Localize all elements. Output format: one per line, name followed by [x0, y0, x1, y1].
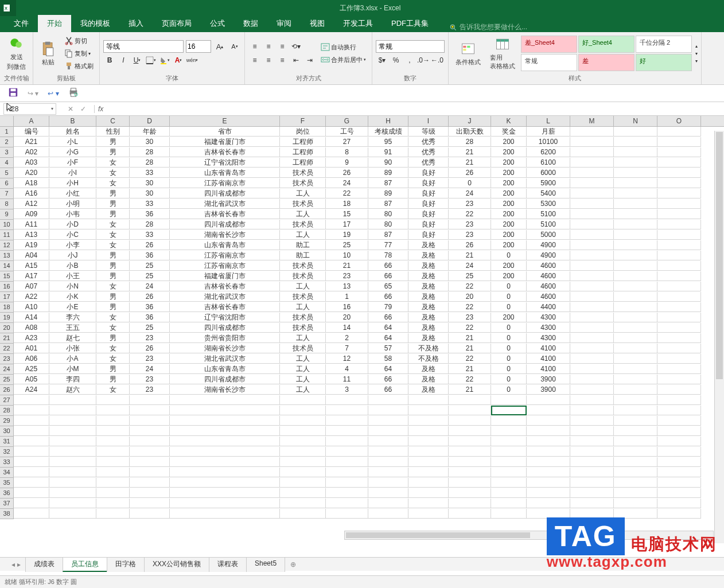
cell[interactable] — [49, 437, 96, 446]
cell[interactable] — [170, 395, 280, 405]
cell[interactable] — [657, 251, 701, 260]
cell[interactable]: 等级 — [408, 127, 449, 137]
cell[interactable]: 36 — [130, 209, 170, 219]
cell[interactable]: 女 — [96, 282, 130, 291]
copy-button[interactable]: 复制▾ — [62, 48, 96, 59]
cell[interactable]: 4600 — [527, 261, 570, 271]
cell[interactable]: 33 — [130, 230, 170, 240]
cell[interactable] — [368, 395, 408, 405]
sheet-tab[interactable]: 课程表 — [209, 557, 247, 572]
row-header[interactable]: 1 — [0, 127, 14, 137]
cell[interactable]: 及格 — [408, 364, 449, 374]
cell[interactable] — [570, 354, 614, 364]
tab-review[interactable]: 审阅 — [267, 15, 301, 32]
cell[interactable]: 0 — [491, 333, 527, 343]
cell[interactable]: 女 — [96, 385, 130, 395]
cell[interactable] — [657, 178, 701, 188]
cell[interactable]: 技术员 — [280, 292, 326, 302]
cell[interactable]: 66 — [368, 375, 408, 384]
cell[interactable]: A19 — [14, 240, 49, 250]
increase-font-icon[interactable]: A▴ — [213, 40, 226, 53]
sheet-nav-prev[interactable]: ◂ — [11, 560, 15, 568]
cell[interactable] — [491, 416, 527, 426]
cell[interactable]: 21 — [449, 364, 491, 374]
cell[interactable] — [170, 426, 280, 436]
cell[interactable] — [657, 168, 701, 178]
cell[interactable]: 30 — [130, 189, 170, 198]
cell[interactable] — [570, 437, 614, 446]
cell[interactable] — [368, 478, 408, 488]
font-color-button[interactable]: A▾ — [172, 54, 185, 67]
cell[interactable] — [449, 437, 491, 446]
cell[interactable] — [657, 147, 701, 157]
cell[interactable]: 25 — [449, 271, 491, 281]
cell[interactable] — [570, 137, 614, 147]
cell[interactable]: 200 — [491, 209, 527, 219]
italic-button[interactable]: I — [117, 54, 130, 67]
cell[interactable] — [408, 395, 449, 405]
cell[interactable]: 工号 — [326, 127, 368, 137]
cell[interactable] — [170, 437, 280, 446]
cell[interactable]: 17 — [326, 220, 368, 229]
cell[interactable] — [657, 395, 701, 405]
cell[interactable]: 年龄 — [130, 127, 170, 137]
cell[interactable] — [527, 468, 570, 477]
cell[interactable] — [570, 364, 614, 374]
cell[interactable]: 及格 — [408, 282, 449, 291]
cell[interactable] — [491, 426, 527, 436]
add-sheet-button[interactable]: ⊕ — [290, 560, 296, 568]
cell[interactable] — [614, 395, 657, 405]
cell[interactable]: 200 — [491, 178, 527, 188]
cell[interactable]: A06 — [14, 354, 49, 364]
cell[interactable]: 四川省成都市 — [170, 323, 280, 333]
cell[interactable] — [614, 323, 657, 333]
row-header[interactable]: 28 — [0, 406, 14, 416]
cell[interactable] — [49, 447, 96, 457]
cell[interactable]: 女 — [96, 168, 130, 178]
cell[interactable] — [170, 416, 280, 426]
cell[interactable] — [170, 447, 280, 457]
cell[interactable]: 小D — [49, 220, 96, 229]
cell[interactable]: 66 — [368, 313, 408, 322]
cell[interactable]: 女 — [96, 344, 130, 353]
cell[interactable]: A16 — [14, 189, 49, 198]
cell[interactable] — [130, 395, 170, 405]
cell[interactable]: 57 — [368, 344, 408, 353]
cell[interactable] — [130, 416, 170, 426]
orientation-icon[interactable]: ⟲▾ — [290, 40, 302, 53]
cell[interactable]: 工程师 — [280, 158, 326, 168]
cell[interactable] — [527, 488, 570, 498]
table-format-button[interactable]: 套用 表格格式 — [486, 35, 519, 72]
cell[interactable]: 28 — [449, 137, 491, 147]
cell[interactable]: 4600 — [527, 271, 570, 281]
cell[interactable]: 200 — [491, 137, 527, 147]
cell[interactable] — [570, 478, 614, 488]
cell[interactable]: 0 — [491, 364, 527, 374]
cell[interactable] — [49, 509, 96, 519]
cell[interactable]: 吉林省长春市 — [170, 209, 280, 219]
cell[interactable]: 23 — [130, 375, 170, 384]
cell[interactable]: 工人 — [280, 302, 326, 312]
cell[interactable]: 工人 — [280, 333, 326, 343]
cell[interactable]: 良好 — [408, 168, 449, 178]
cell[interactable] — [96, 416, 130, 426]
cell[interactable]: 小I — [49, 168, 96, 178]
cell[interactable] — [657, 261, 701, 271]
cell[interactable] — [408, 457, 449, 467]
cell[interactable]: 66 — [368, 271, 408, 281]
cell[interactable]: 200 — [491, 189, 527, 198]
cell[interactable] — [326, 488, 368, 498]
align-bottom-icon[interactable]: ≡ — [276, 40, 289, 53]
cell[interactable] — [170, 478, 280, 488]
cell[interactable]: 22 — [449, 375, 491, 384]
cell[interactable]: 小J — [49, 251, 96, 260]
cell[interactable]: 33 — [130, 199, 170, 209]
cell[interactable] — [657, 127, 701, 137]
cell[interactable]: 王五 — [49, 323, 96, 333]
cell[interactable]: 工人 — [280, 375, 326, 384]
cell[interactable]: 3 — [326, 385, 368, 395]
row-header[interactable]: 9 — [0, 209, 14, 220]
cell[interactable]: 66 — [368, 261, 408, 271]
cell[interactable] — [96, 395, 130, 405]
cell[interactable]: 良好 — [408, 178, 449, 188]
